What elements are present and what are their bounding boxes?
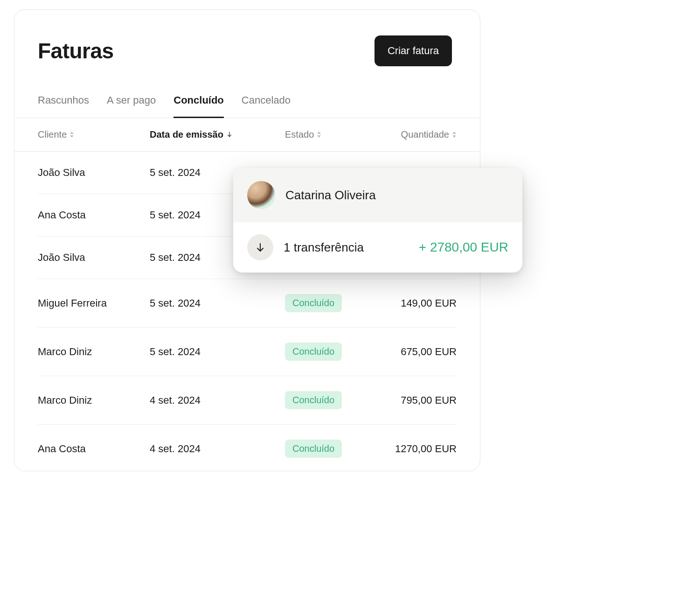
table-header: Cliente Data de emissão Estado: [14, 118, 480, 152]
status-badge: Concluído: [285, 294, 342, 312]
table-row[interactable]: Marco Diniz 4 set. 2024 Concluído 795,00…: [38, 376, 457, 425]
status-badge: Concluído: [285, 391, 342, 409]
cell-amount: 149,00 EUR: [378, 297, 457, 309]
transfer-count-label: 1 transferência: [284, 240, 409, 255]
table-row[interactable]: Miguel Ferreira 5 set. 2024 Concluído 14…: [38, 279, 457, 328]
cell-status: Concluído: [285, 440, 378, 458]
popover-header[interactable]: Catarina Oliveira: [233, 168, 522, 222]
column-header-amount-label: Quantidade: [401, 129, 449, 140]
cell-client: Marco Diniz: [38, 346, 150, 358]
column-header-amount[interactable]: Quantidade: [401, 129, 457, 140]
cell-date: 5 set. 2024: [150, 346, 285, 358]
cell-status: Concluído: [285, 294, 378, 312]
client-detail-popover: Catarina Oliveira 1 transferência + 2780…: [233, 168, 522, 273]
sort-icon: [452, 132, 457, 138]
arrow-down-icon: [226, 129, 233, 140]
column-header-status-label: Estado: [285, 129, 314, 140]
cell-client: Marco Diniz: [38, 394, 150, 406]
status-badge: Concluído: [285, 343, 342, 361]
tab-cancelled[interactable]: Cancelado: [242, 94, 291, 118]
cell-client: Miguel Ferreira: [38, 297, 150, 309]
tab-completed[interactable]: Concluído: [173, 94, 224, 118]
transfer-amount: + 2780,00 EUR: [419, 240, 508, 255]
cell-client: Ana Costa: [38, 209, 150, 221]
table-row[interactable]: Ana Costa 4 set. 2024 Concluído 1270,00 …: [38, 425, 457, 471]
column-header-date-label: Data de emissão: [150, 129, 223, 140]
table-row[interactable]: Marco Diniz 5 set. 2024 Concluído 675,00…: [38, 328, 457, 376]
popover-client-name: Catarina Oliveira: [285, 188, 376, 203]
cell-client: João Silva: [38, 167, 150, 179]
create-invoice-button[interactable]: Criar fatura: [375, 35, 452, 66]
tab-drafts[interactable]: Rascunhos: [38, 94, 89, 118]
tabs-bar: Rascunhos A ser pago Concluído Cancelado: [14, 85, 480, 118]
cell-amount: 675,00 EUR: [378, 346, 457, 358]
tab-to-pay[interactable]: A ser pago: [107, 94, 156, 118]
sort-icon: [69, 132, 74, 138]
column-header-date[interactable]: Data de emissão: [150, 129, 233, 140]
cell-status: Concluído: [285, 343, 378, 361]
incoming-arrow-icon: [247, 234, 273, 260]
cell-client: Ana Costa: [38, 443, 150, 455]
cell-date: 4 set. 2024: [150, 443, 285, 455]
page-title: Faturas: [38, 38, 114, 63]
page-header: Faturas Criar fatura: [14, 10, 480, 85]
cell-status: Concluído: [285, 391, 378, 409]
cell-date: 4 set. 2024: [150, 394, 285, 406]
sort-icon: [317, 132, 321, 138]
status-badge: Concluído: [285, 440, 342, 458]
column-header-client-label: Cliente: [38, 129, 67, 140]
cell-client: João Silva: [38, 252, 150, 264]
cell-date: 5 set. 2024: [150, 297, 285, 309]
cell-amount: 795,00 EUR: [378, 394, 457, 406]
avatar: [247, 181, 275, 209]
column-header-status[interactable]: Estado: [285, 129, 321, 140]
cell-amount: 1270,00 EUR: [378, 443, 457, 455]
column-header-client[interactable]: Cliente: [38, 129, 74, 140]
popover-body[interactable]: 1 transferência + 2780,00 EUR: [233, 222, 522, 273]
